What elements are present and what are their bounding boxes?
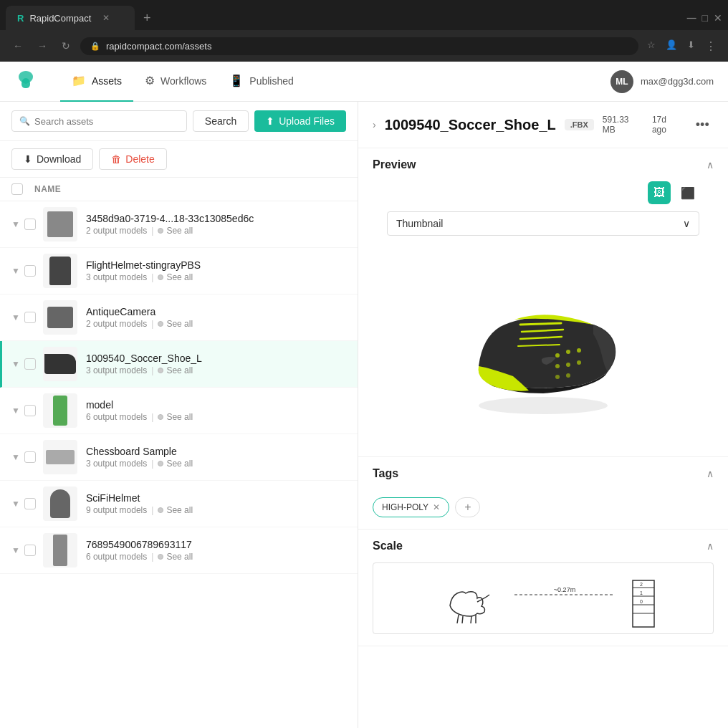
asset-checkbox[interactable] xyxy=(24,265,36,277)
asset-info: FlightHelmet-stingrayPBS 3 output models… xyxy=(86,259,346,282)
svg-text:1: 1 xyxy=(640,590,643,595)
maximize-button[interactable]: □ xyxy=(702,12,708,24)
preview-section-header[interactable]: Preview ∧ xyxy=(373,148,714,181)
scale-collapse-icon[interactable]: ∧ xyxy=(707,540,714,552)
tab-favicon: R xyxy=(17,13,24,24)
asset-thumbnail xyxy=(43,300,77,335)
chevron-icon[interactable]: ▼ xyxy=(11,406,20,416)
forward-button[interactable]: → xyxy=(33,39,52,53)
asset-info: model 6 output models | See all xyxy=(86,399,346,422)
asset-thumbnail xyxy=(43,347,77,381)
back-button[interactable]: ← xyxy=(9,39,27,53)
list-item-selected[interactable]: ▼ 1009540_Soccer_Shoe_L 3 output models … xyxy=(0,341,358,388)
chevron-icon[interactable]: ▼ xyxy=(11,545,20,555)
chevron-icon[interactable]: ▼ xyxy=(11,452,20,462)
more-options-button[interactable]: ••• xyxy=(691,113,714,136)
tags-section-header[interactable]: Tags ∧ xyxy=(373,457,714,490)
select-all-checkbox[interactable] xyxy=(11,183,23,195)
chevron-icon[interactable]: ▼ xyxy=(11,266,20,276)
list-item[interactable]: ▼ FlightHelmet-stingrayPBS 3 output mode… xyxy=(0,248,358,294)
new-tab-button[interactable]: + xyxy=(138,11,157,26)
svg-point-9 xyxy=(566,363,570,367)
svg-line-1 xyxy=(520,323,561,325)
asset-thumbnail xyxy=(43,487,77,521)
browser-menu-button[interactable]: ⋮ xyxy=(702,38,719,54)
output-count: 3 output models xyxy=(86,272,147,282)
address-bar[interactable]: 🔒 rapidcompact.com/assets xyxy=(80,37,638,55)
asset-checkbox[interactable] xyxy=(24,451,36,463)
list-item[interactable]: ▼ model 6 output models | See all xyxy=(0,388,358,434)
output-count: 3 output models xyxy=(86,459,147,469)
add-tag-button[interactable]: + xyxy=(455,497,480,517)
asset-checkbox[interactable] xyxy=(24,405,36,416)
header-right: ML max@dgg3d.com xyxy=(610,70,714,93)
asset-checkbox[interactable] xyxy=(24,312,36,323)
svg-point-6 xyxy=(566,350,570,354)
asset-checkbox[interactable] xyxy=(24,219,36,230)
nav-assets-label: Assets xyxy=(92,75,122,87)
tag-remove-button[interactable]: ✕ xyxy=(433,502,440,512)
nav-assets[interactable]: 📁 Assets xyxy=(60,62,133,102)
asset-checkbox[interactable] xyxy=(24,545,36,556)
profile-icon[interactable]: 👤 xyxy=(663,38,680,54)
list-item[interactable]: ▼ Chessboard Sample 3 output models | Se… xyxy=(0,434,358,481)
chevron-icon[interactable]: ▼ xyxy=(11,499,20,509)
avatar[interactable]: ML xyxy=(610,70,633,93)
see-all-link[interactable]: See all xyxy=(158,226,193,236)
download-button[interactable]: ⬇ Download xyxy=(11,148,93,170)
reload-button[interactable]: ↻ xyxy=(57,39,75,53)
search-input[interactable] xyxy=(34,116,179,127)
thumbnail-dropdown[interactable]: Thumbnail ∨ xyxy=(387,211,699,236)
see-all-link[interactable]: See all xyxy=(158,459,193,469)
list-item[interactable]: ▼ SciFiHelmet 9 output models | See all xyxy=(0,481,358,527)
list-item[interactable]: ▼ 7689549006789693117 6 output models | … xyxy=(0,527,358,574)
asset-list-header: NAME xyxy=(0,178,358,201)
asset-name: SciFiHelmet xyxy=(86,492,346,504)
status-dot xyxy=(158,554,163,560)
expand-icon[interactable]: › xyxy=(373,119,376,130)
asset-thumbnail xyxy=(43,440,77,474)
status-dot xyxy=(158,507,163,513)
see-all-link[interactable]: See all xyxy=(158,365,193,375)
asset-name: model xyxy=(86,399,346,411)
delete-button[interactable]: 🗑 Delete xyxy=(99,148,166,170)
3d-preview-button[interactable]: ⬛ xyxy=(676,181,699,204)
minimize-button[interactable]: ─ xyxy=(687,11,696,26)
see-all-link[interactable]: See all xyxy=(158,272,193,282)
see-all-link[interactable]: See all xyxy=(158,412,193,422)
see-all-link[interactable]: See all xyxy=(158,552,193,562)
nav-published[interactable]: 📱 Published xyxy=(218,62,305,102)
chevron-icon[interactable]: ▼ xyxy=(11,359,20,369)
asset-checkbox[interactable] xyxy=(24,358,36,370)
asset-info: 1009540_Soccer_Shoe_L 3 output models | … xyxy=(86,353,346,375)
preview-collapse-icon[interactable]: ∧ xyxy=(707,159,714,171)
upload-button[interactable]: ⬆ Upload Files xyxy=(254,110,346,132)
app-logo[interactable] xyxy=(14,68,37,95)
address-actions: ☆ 👤 ⬇ ⋮ xyxy=(644,38,719,54)
tab-close-button[interactable]: ✕ xyxy=(102,13,110,23)
bookmark-icon[interactable]: ☆ xyxy=(644,38,658,54)
list-item[interactable]: ▼ AntiqueCamera 2 output models | See al… xyxy=(0,294,358,341)
nav-workflows[interactable]: ⚙ Workflows xyxy=(133,62,218,102)
upload-button-label: Upload Files xyxy=(279,115,335,127)
tags-collapse-icon[interactable]: ∧ xyxy=(707,468,714,479)
list-item[interactable]: ▼ 3458d9a0-3719-4...18-33c13085ed6c 2 ou… xyxy=(0,201,358,248)
asset-checkbox[interactable] xyxy=(24,498,36,509)
scale-section-header[interactable]: Scale ∧ xyxy=(373,530,714,562)
address-bar-row: ← → ↻ 🔒 rapidcompact.com/assets ☆ 👤 ⬇ ⋮ xyxy=(0,30,728,62)
search-button[interactable]: Search xyxy=(193,110,249,132)
output-count: 2 output models xyxy=(86,226,147,236)
active-tab[interactable]: R RapidCompact ✕ xyxy=(6,6,135,30)
chevron-icon[interactable]: ▼ xyxy=(11,312,20,322)
image-preview-button[interactable]: 🖼 xyxy=(648,181,671,204)
chevron-icon[interactable]: ▼ xyxy=(11,219,20,229)
see-all-link[interactable]: See all xyxy=(158,319,193,329)
search-input-wrapper[interactable]: 🔍 xyxy=(11,110,187,132)
close-button[interactable]: ✕ xyxy=(714,12,722,24)
download-browser-icon[interactable]: ⬇ xyxy=(684,38,698,54)
asset-name: 3458d9a0-3719-4...18-33c13085ed6c xyxy=(86,213,346,224)
svg-text:2: 2 xyxy=(640,582,643,587)
see-all-label: See all xyxy=(166,412,193,422)
see-all-link[interactable]: See all xyxy=(158,505,193,515)
svg-point-10 xyxy=(577,360,581,365)
